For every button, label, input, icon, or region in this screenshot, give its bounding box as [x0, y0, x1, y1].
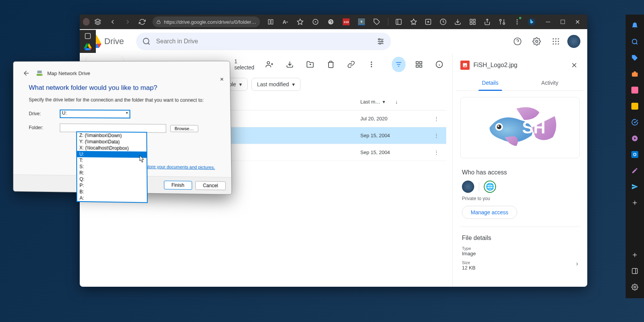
manage-access-button[interactable]: Manage access [462, 206, 517, 219]
tab-actions-icon[interactable] [82, 32, 94, 40]
dropdown-option[interactable]: T: [77, 157, 146, 164]
more-selection-icon[interactable] [365, 57, 378, 72]
edit-icon[interactable] [628, 164, 641, 177]
forward-button[interactable] [121, 15, 134, 29]
row-more-icon[interactable]: ⋮ [429, 116, 443, 122]
dialog-close-icon[interactable]: ✕ [218, 76, 226, 84]
apps-icon[interactable] [466, 15, 480, 29]
bing-icon[interactable] [525, 15, 539, 29]
video-icon[interactable] [628, 132, 641, 145]
sidebar-icon[interactable] [392, 15, 406, 29]
drive-dropdown[interactable]: Z: (\\mainbox\Down) Y: (\\mainbox\Data) … [76, 131, 148, 203]
public-access-icon[interactable]: 🌐 [484, 181, 496, 193]
minimize-button[interactable]: ─ [541, 15, 555, 29]
text-size-icon[interactable]: A» [279, 15, 292, 29]
drive-row: Drive: U: [29, 109, 214, 119]
account-avatar[interactable] [567, 35, 580, 48]
svg-point-35 [380, 43, 381, 44]
keep-icon[interactable] [628, 100, 641, 113]
apps-grid-icon[interactable] [548, 34, 564, 49]
search-edge-icon[interactable] [628, 35, 641, 48]
cancel-button[interactable]: Cancel [195, 181, 226, 190]
shopping-icon[interactable] [628, 51, 641, 64]
ext-4-icon[interactable]: 9 [354, 15, 369, 29]
file-date: Sep 15, 2004 [360, 133, 390, 138]
send-icon[interactable] [628, 180, 641, 193]
notifications-icon[interactable] [628, 19, 641, 32]
maximize-button[interactable] [556, 15, 570, 29]
add-app-icon[interactable] [628, 196, 641, 209]
svg-rect-1 [268, 20, 270, 24]
info-icon[interactable] [433, 57, 446, 72]
finish-button[interactable]: Finish [164, 181, 192, 190]
extensions-icon[interactable] [370, 15, 384, 29]
browse-button[interactable]: Browse… [170, 125, 198, 132]
search-options-icon[interactable] [376, 37, 385, 46]
tab-activity[interactable]: Activity [520, 75, 580, 90]
drive-tab-icon[interactable] [82, 43, 94, 51]
support-icon[interactable] [510, 34, 525, 49]
dialog-title: Map Network Drive [47, 70, 90, 76]
downloads-icon[interactable] [451, 15, 465, 29]
details-tabs: Details Activity [457, 75, 583, 91]
outlook-icon[interactable]: O [628, 148, 641, 161]
split-screen-icon[interactable] [264, 15, 277, 29]
dropdown-option[interactable]: Y: (\\mainbox\Data) [77, 138, 146, 145]
drive-select[interactable]: U: [60, 110, 130, 118]
filter-icon[interactable] [392, 57, 405, 72]
ext-1-icon[interactable] [308, 15, 323, 29]
address-bar[interactable]: https://drive.google.com/drive/u/0/folde… [153, 16, 260, 27]
collections-icon[interactable] [422, 15, 435, 29]
dropdown-option[interactable]: A: [77, 195, 147, 202]
access-heading: Who has access [462, 169, 578, 176]
svg-rect-61 [420, 65, 422, 67]
share-selection-icon[interactable] [263, 57, 276, 72]
tab-details[interactable]: Details [460, 75, 520, 90]
add-pane-icon[interactable] [628, 248, 641, 261]
link-selection-icon[interactable] [344, 57, 358, 72]
close-window-button[interactable]: ✕ [571, 15, 584, 29]
back-icon[interactable] [21, 68, 32, 79]
chevron-down-icon: ▾ [383, 99, 385, 105]
col-date-header[interactable]: Last m… ▾ ↓ [360, 99, 429, 105]
download-selection-icon[interactable] [283, 57, 297, 72]
ext-3-icon[interactable]: 113 [339, 15, 353, 29]
dialog-titlebar: Map Network Drive [13, 61, 230, 82]
todo-icon[interactable] [628, 116, 641, 129]
workspaces-icon[interactable] [91, 15, 105, 29]
profile-icon[interactable] [83, 18, 90, 26]
chip-modified[interactable]: Last modified▾ [251, 78, 301, 91]
chevron-right-icon[interactable]: › [576, 260, 578, 267]
collapse-icon[interactable] [628, 264, 641, 278]
details-panel: FiSH_Logo2.jpg Details Activity [452, 54, 587, 287]
move-selection-icon[interactable] [304, 57, 317, 72]
settings-icon[interactable] [529, 34, 544, 49]
dropdown-option[interactable]: Z: (\\mainbox\Down) [77, 132, 146, 139]
search-box[interactable] [136, 33, 391, 50]
owner-avatar[interactable] [462, 181, 474, 193]
search-input[interactable] [156, 38, 371, 45]
edge-settings-icon[interactable] [628, 281, 641, 294]
share-icon[interactable] [481, 15, 494, 29]
back-button[interactable] [106, 15, 120, 29]
preview-thumbnail[interactable]: SH [460, 97, 580, 158]
favorite-icon[interactable] [293, 15, 307, 29]
svg-point-38 [536, 40, 538, 43]
dropdown-option[interactable]: X: (\\localhost\Dropbox) [77, 145, 146, 151]
ext-2-icon[interactable] [324, 15, 338, 29]
delete-selection-icon[interactable] [324, 57, 337, 72]
menu-icon[interactable] [510, 15, 524, 29]
reload-button[interactable] [136, 15, 149, 29]
row-more-icon[interactable]: ⋮ [429, 133, 443, 138]
svg-point-39 [553, 38, 554, 39]
dropdown-option[interactable]: U: [77, 151, 146, 158]
tools-icon[interactable] [628, 67, 641, 80]
svg-point-19 [499, 19, 501, 21]
close-details-icon[interactable] [569, 60, 580, 71]
history-icon[interactable] [437, 15, 450, 29]
favorites-bar-icon[interactable] [407, 15, 420, 29]
row-more-icon[interactable]: ⋮ [429, 150, 443, 155]
games-icon[interactable] [628, 84, 641, 97]
view-grid-icon[interactable] [412, 57, 426, 72]
performance-icon[interactable] [496, 15, 509, 29]
